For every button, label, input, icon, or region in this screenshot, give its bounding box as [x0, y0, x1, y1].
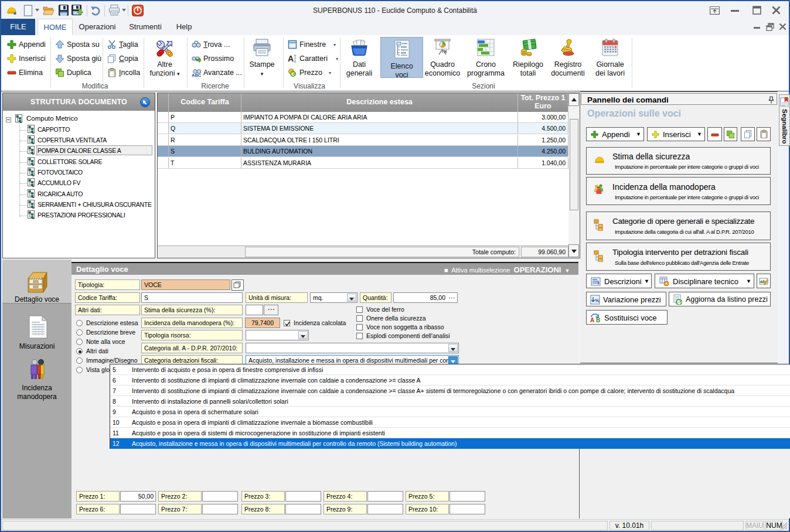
svg-text:A: A — [288, 54, 294, 63]
svg-text:A: A — [590, 317, 594, 323]
svg-text:ABC: ABC — [192, 73, 201, 77]
svg-text:%: % — [595, 298, 600, 303]
svg-text:€: € — [292, 72, 294, 76]
svg-text:B: B — [596, 317, 600, 323]
